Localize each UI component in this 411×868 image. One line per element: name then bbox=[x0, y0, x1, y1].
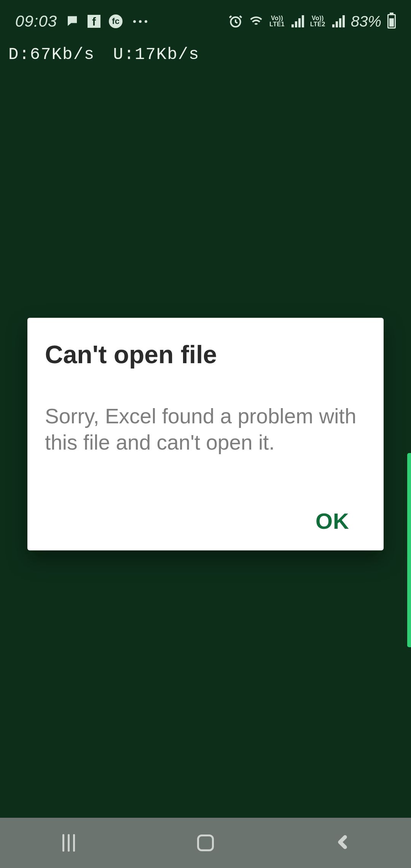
home-button[interactable] bbox=[171, 834, 240, 851]
alarm-icon bbox=[228, 14, 243, 29]
error-dialog: Can't open file Sorry, Excel found a pro… bbox=[27, 318, 384, 550]
clock-time: 09:03 bbox=[15, 12, 57, 30]
dialog-actions: OK bbox=[45, 505, 366, 536]
wifi-icon bbox=[249, 14, 263, 29]
back-icon bbox=[335, 833, 350, 852]
upload-speed: U:17Kb/s bbox=[113, 45, 199, 64]
chat-icon bbox=[65, 14, 79, 28]
back-button[interactable] bbox=[308, 833, 377, 852]
battery-icon bbox=[387, 14, 396, 29]
fc-icon: fc bbox=[109, 14, 123, 28]
screen: 09:03 f fc Vo)) LTE1 Vo)) LTE2 bbox=[0, 0, 411, 868]
signal-bars-2-icon bbox=[332, 15, 345, 27]
battery-percent: 83% bbox=[351, 13, 381, 30]
recents-icon bbox=[62, 834, 75, 852]
sim1-volte-label: Vo)) bbox=[271, 15, 283, 21]
facebook-icon: f bbox=[88, 15, 100, 28]
status-right: Vo)) LTE1 Vo)) LTE2 83% bbox=[228, 13, 396, 30]
more-notifications-icon bbox=[133, 20, 147, 23]
status-left: 09:03 f fc bbox=[15, 12, 147, 30]
status-bar: 09:03 f fc Vo)) LTE1 Vo)) LTE2 bbox=[0, 0, 411, 43]
ok-button[interactable]: OK bbox=[308, 505, 357, 536]
sim2-indicator: Vo)) LTE2 bbox=[310, 15, 325, 27]
navigation-bar bbox=[0, 818, 411, 868]
scroll-indicator[interactable] bbox=[407, 453, 411, 647]
sim2-lte-label: LTE2 bbox=[310, 21, 325, 27]
network-speed-overlay: D:67Kb/s U:17Kb/s bbox=[8, 45, 199, 64]
signal-bars-1-icon bbox=[292, 15, 304, 27]
sim1-indicator: Vo)) LTE1 bbox=[269, 15, 285, 27]
download-speed: D:67Kb/s bbox=[8, 45, 95, 64]
sim1-lte-label: LTE1 bbox=[269, 21, 285, 27]
recents-button[interactable] bbox=[34, 834, 103, 852]
home-icon bbox=[197, 834, 214, 851]
sim2-volte-label: Vo)) bbox=[312, 15, 324, 21]
dialog-title: Can't open file bbox=[45, 340, 366, 369]
dialog-message: Sorry, Excel found a problem with this f… bbox=[45, 403, 366, 456]
